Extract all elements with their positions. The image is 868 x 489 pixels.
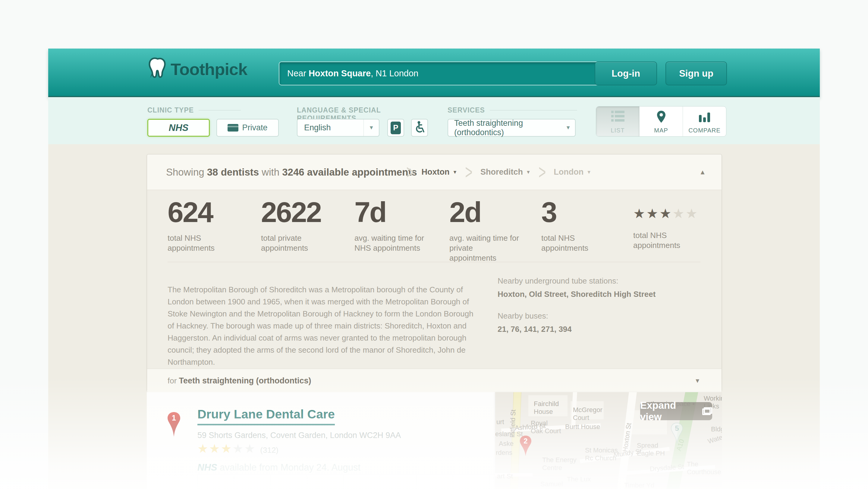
toothpick-app: Toothpick Near Hoxton Square, N1 London … <box>48 0 820 489</box>
chevron-down-icon: ▼ <box>587 170 591 175</box>
results-summary: Showing 38 dentists with 3246 available … <box>166 154 417 190</box>
logo-wordmark: Toothpick <box>170 59 247 79</box>
list-icon <box>611 111 624 123</box>
bar-chart-icon <box>699 111 710 123</box>
expand-section-button[interactable]: ▼ <box>694 369 701 393</box>
parking-icon: P <box>391 121 401 134</box>
rating-stars: ★★★★★ <box>633 207 718 220</box>
map-label: St Monicas Rc Church <box>585 447 618 462</box>
chevron-separator: > <box>465 161 472 184</box>
map-label: McGregor Court <box>573 406 602 422</box>
tooth-icon <box>148 57 166 81</box>
signup-button[interactable]: Sign up <box>665 61 727 85</box>
view-toggle-group: LIST MAP <box>596 106 726 137</box>
search-text-suffix: , N1 London <box>371 68 418 79</box>
clinic-name-link[interactable]: Drury Lane Dental Care <box>197 407 335 425</box>
map-label: Samuel <box>540 480 563 488</box>
results-header: Showing 38 dentists with 3246 available … <box>147 154 721 190</box>
expand-view-button[interactable]: Expand view <box>640 402 712 420</box>
chevron-down-icon: ▼ <box>564 119 575 136</box>
result-rank-pin: 1 <box>167 411 181 439</box>
view-compare-button[interactable]: COMPARE <box>683 107 726 136</box>
chevron-separator: > <box>406 161 414 184</box>
clinic-rating-stars: ★★★★★(312) <box>197 442 278 456</box>
map-label: Waters <box>707 432 722 445</box>
content-area: Showing 38 dentists with 3246 available … <box>48 144 820 489</box>
filter-bar: CLINIC TYPE NHS Private LANGUAGE & SPECI… <box>48 97 820 144</box>
appointment-grid <box>197 474 526 489</box>
map-label: Fairchild House <box>534 400 559 416</box>
expand-icon <box>702 407 712 415</box>
stat-rating: ★★★★★ total NHS appointments <box>633 198 718 250</box>
area-description: The Metropolitan Borough of Shoreditch w… <box>167 284 479 368</box>
availability-text: NHS available from Monday 24. August <box>197 462 361 473</box>
services-select[interactable]: Teeth straightening (orthodontics) ▼ <box>447 119 576 137</box>
area-summary-panel: Showing 38 dentists with 3246 available … <box>147 154 722 392</box>
search-text-prefix: Near <box>287 68 309 79</box>
results-map[interactable]: Fairchild HouseMcGregor CourtRoyal Oak C… <box>495 392 722 489</box>
clinic-type-nhs-button[interactable]: NHS <box>147 119 210 137</box>
map-pin-2[interactable]: 2 <box>519 435 532 458</box>
tube-stations: Hoxton, Old Street, Shoreditch High Stre… <box>498 289 706 299</box>
appointment-count: 3246 available appointments <box>282 167 417 178</box>
stats-row: 624 total NHS appointments 2622 total pr… <box>147 190 721 262</box>
map-label: art St <box>497 472 513 480</box>
page: Toothpick Near Hoxton Square, N1 London … <box>0 0 868 489</box>
card-icon <box>227 124 239 132</box>
service-filter-value: Teeth straightening (orthodontics) <box>179 376 311 385</box>
pin-number: 5 <box>675 424 679 432</box>
chevron-down-icon: ▼ <box>526 170 531 175</box>
top-header: Toothpick Near Hoxton Square, N1 London … <box>48 49 820 97</box>
map-pin-5[interactable]: 5 <box>670 422 684 445</box>
chevron-down-icon: ▼ <box>364 119 379 136</box>
wheelchair-access-button[interactable] <box>411 119 428 137</box>
map-label: The Courthouse <box>687 460 721 476</box>
nhs-badge: NHS <box>197 462 217 473</box>
language-select[interactable]: English ▼ <box>297 119 379 137</box>
clinic-type-label: CLINIC TYPE <box>147 106 241 114</box>
bus-routes: 21, 76, 141, 271, 394 <box>498 324 706 334</box>
stat-total-nhs: 624 total NHS appointments <box>167 198 252 253</box>
map-label: Bldg <box>711 425 722 433</box>
stat-nhs-count: 3 total NHS appointments <box>541 198 626 253</box>
map-label: urt <box>496 418 504 426</box>
view-list-button[interactable]: LIST <box>596 107 639 136</box>
clinic-type-private-button[interactable]: Private <box>216 119 279 137</box>
search-bar: Near Hoxton Square, N1 London × <box>279 61 623 85</box>
area-description-row: The Metropolitan Borough of Shoreditch w… <box>147 262 721 369</box>
dentist-count: 38 dentists <box>207 167 259 178</box>
login-button[interactable]: Log-in <box>595 61 657 85</box>
map-label: rdens <box>496 449 513 457</box>
map-label: Timber Yd <box>624 482 654 489</box>
service-filter-bar: for Teeth straightening (orthodontics) ▼ <box>147 369 721 393</box>
collapse-panel-button[interactable]: ▲ <box>699 154 706 190</box>
map-label: The Lux <box>567 476 591 483</box>
view-map-button[interactable]: MAP <box>639 107 683 136</box>
review-count: (312) <box>260 445 278 455</box>
map-label: Aske <box>499 440 514 448</box>
map-label: Burtt House <box>565 423 600 431</box>
breadcrumb-london[interactable]: London▼ <box>554 167 591 177</box>
chevron-down-icon: ▼ <box>453 170 458 175</box>
parking-filter-button[interactable]: P <box>387 119 404 137</box>
svg-text:1: 1 <box>172 413 176 422</box>
tube-label: Nearby underground tube stations: <box>498 276 706 286</box>
breadcrumb: > Hoxton▼ > Shoreditch▼ > London▼ <box>406 154 591 190</box>
map-pin-icon <box>657 111 665 124</box>
buses-label: Nearby buses: <box>498 311 706 321</box>
stat-private-wait: 2d avg. waiting time for private appoint… <box>450 198 534 263</box>
stat-total-private: 2622 total private appointments <box>261 198 345 253</box>
logo[interactable]: Toothpick <box>148 57 247 81</box>
transport-info: Nearby underground tube stations: Hoxton… <box>498 276 706 346</box>
results-section: 1 Drury Lane Dental Care 59 Shorts Garde… <box>147 392 722 489</box>
map-label: The Energy Centre <box>542 456 577 472</box>
search-text-location: Hoxton Square <box>309 68 371 79</box>
clinic-address: 59 Shorts Gardens, Covent Garden, London… <box>197 431 401 440</box>
services-label: SERVICES <box>447 106 577 114</box>
breadcrumb-hoxton[interactable]: Hoxton▼ <box>422 167 458 177</box>
stat-nhs-wait: 7d avg. waiting time for NHS appointment… <box>354 198 439 253</box>
breadcrumb-shoreditch[interactable]: Shoreditch▼ <box>480 167 531 177</box>
search-input[interactable]: Near Hoxton Square, N1 London <box>279 62 600 85</box>
pin-number: 2 <box>524 437 527 445</box>
chevron-separator: > <box>538 161 546 184</box>
